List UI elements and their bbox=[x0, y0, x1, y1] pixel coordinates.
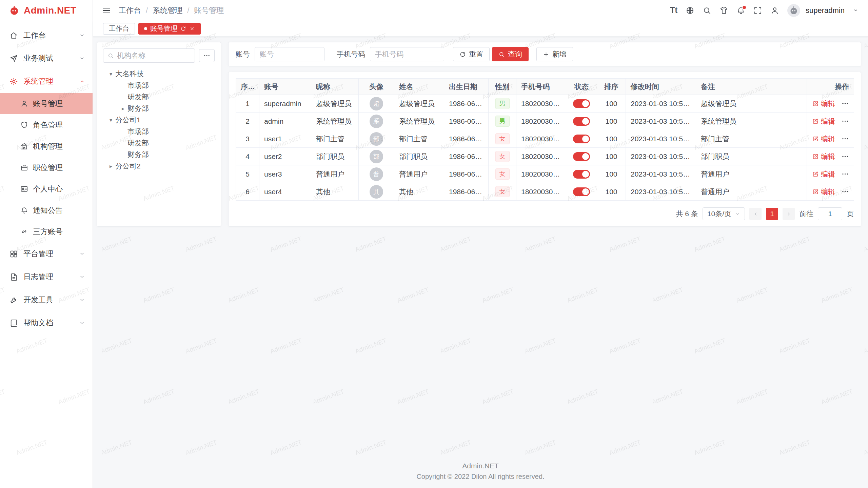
row-more-button[interactable] bbox=[841, 135, 849, 143]
org-search-input[interactable] bbox=[117, 52, 191, 60]
tree-caret-icon[interactable]: ▾ bbox=[106, 71, 115, 77]
sidebar-subitem-org[interactable]: 机构管理 bbox=[0, 136, 93, 157]
search-button[interactable]: 查询 bbox=[492, 47, 529, 61]
row-more-button[interactable] bbox=[841, 100, 849, 107]
cell-avatar: 超 bbox=[359, 95, 394, 113]
sidebar-subitem-position[interactable]: 职位管理 bbox=[0, 157, 93, 178]
breadcrumb-item-workbench[interactable]: 工作台 bbox=[119, 5, 141, 16]
sidebar-item-biz-test[interactable]: 业务测试 bbox=[0, 47, 93, 70]
brand-title: Admin.NET bbox=[24, 5, 76, 16]
cell-nickname: 系统管理员 bbox=[311, 113, 359, 130]
goto-page-input[interactable] bbox=[818, 207, 842, 220]
tree-node[interactable]: 市场部 bbox=[103, 126, 215, 137]
sidebar-item-platform[interactable]: 平台管理 bbox=[0, 242, 93, 265]
page-1-button[interactable]: 1 bbox=[766, 208, 778, 220]
cell-remark: 系统管理员 bbox=[696, 113, 807, 130]
cell-actions: 编辑 bbox=[807, 113, 854, 130]
tree-node[interactable]: 市场部 bbox=[103, 80, 215, 91]
cell-account: user2 bbox=[259, 148, 311, 165]
sidebar-item-label: 帮助文档 bbox=[23, 318, 79, 328]
sidebar-subitem-notice[interactable]: 通知公告 bbox=[0, 200, 93, 221]
tree-node-label: 分公司2 bbox=[115, 161, 141, 171]
fullscreen-icon[interactable] bbox=[753, 6, 762, 15]
sidebar-item-system[interactable]: 系统管理 bbox=[0, 70, 93, 93]
tree-node[interactable]: ▸分公司2 bbox=[103, 160, 215, 172]
sidebar-subitem-role[interactable]: 角色管理 bbox=[0, 114, 93, 136]
tab-account-management[interactable]: 账号管理 bbox=[138, 23, 201, 35]
edit-button[interactable]: 编辑 bbox=[812, 187, 835, 197]
username[interactable]: superadmin bbox=[806, 6, 845, 15]
sidebar-subitem-third-account[interactable]: 三方账号 bbox=[0, 221, 93, 242]
tab-workbench[interactable]: 工作台 bbox=[103, 23, 135, 35]
sidebar-subitem-profile[interactable]: 个人中心 bbox=[0, 178, 93, 200]
font-size-icon[interactable]: Tt bbox=[670, 6, 677, 14]
cell-actions: 编辑 bbox=[807, 95, 854, 113]
tab-close-icon[interactable] bbox=[189, 26, 195, 32]
page-size-select[interactable]: 10条/页 bbox=[703, 207, 745, 220]
tree-node[interactable]: 研发部 bbox=[103, 91, 215, 103]
reset-button[interactable]: 重置 bbox=[453, 47, 490, 61]
total-count: 共 6 条 bbox=[676, 209, 698, 219]
row-more-button[interactable] bbox=[841, 170, 849, 178]
edit-button[interactable]: 编辑 bbox=[812, 99, 835, 108]
status-toggle[interactable] bbox=[573, 99, 590, 108]
cell-name: 超级管理员 bbox=[394, 95, 444, 113]
edit-button[interactable]: 编辑 bbox=[812, 134, 835, 144]
notification-bell-icon[interactable] bbox=[736, 6, 745, 15]
reset-label: 重置 bbox=[469, 49, 483, 59]
cell-nickname: 其他 bbox=[311, 183, 359, 201]
tab-refresh-icon[interactable] bbox=[180, 26, 186, 32]
row-more-button[interactable] bbox=[841, 152, 849, 160]
account-input[interactable] bbox=[255, 47, 324, 61]
tree-node[interactable]: ▾大名科技 bbox=[103, 68, 215, 80]
tree-node[interactable]: 财务部 bbox=[103, 149, 215, 160]
tree-node[interactable]: ▾分公司1 bbox=[103, 114, 215, 126]
table-row: 5user3普通用户普普通用户1986-06-28女18020030720100… bbox=[236, 165, 854, 183]
cell-no: 4 bbox=[236, 148, 259, 165]
cell-account: user3 bbox=[259, 165, 311, 183]
org-more-button[interactable] bbox=[199, 49, 215, 62]
row-more-button[interactable] bbox=[841, 188, 849, 196]
breadcrumb-item-system[interactable]: 系统管理 bbox=[153, 5, 182, 16]
edit-button[interactable]: 编辑 bbox=[812, 169, 835, 179]
prev-page-button[interactable] bbox=[749, 208, 762, 220]
status-toggle[interactable] bbox=[573, 117, 590, 126]
next-page-button[interactable] bbox=[783, 208, 795, 220]
tree-node[interactable]: ▸财务部 bbox=[103, 103, 215, 114]
status-toggle[interactable] bbox=[573, 170, 590, 179]
cell-order: 100 bbox=[597, 148, 626, 165]
status-toggle[interactable] bbox=[573, 135, 590, 143]
tree-caret-icon[interactable]: ▾ bbox=[106, 117, 115, 123]
status-toggle[interactable] bbox=[573, 187, 590, 196]
user-menu-chevron-icon[interactable] bbox=[853, 7, 859, 13]
language-icon[interactable] bbox=[686, 6, 694, 15]
edit-button[interactable]: 编辑 bbox=[812, 152, 835, 161]
chevron-down-icon bbox=[79, 297, 85, 303]
tree-caret-icon[interactable]: ▸ bbox=[106, 163, 115, 169]
tree-caret-icon[interactable]: ▸ bbox=[119, 105, 127, 112]
sidebar-item-logs[interactable]: 日志管理 bbox=[0, 265, 93, 288]
collapse-menu-icon[interactable] bbox=[102, 6, 111, 15]
gender-tag: 女 bbox=[495, 151, 510, 162]
edit-button[interactable]: 编辑 bbox=[812, 117, 835, 126]
user-avatar[interactable] bbox=[787, 4, 800, 17]
status-toggle[interactable] bbox=[573, 152, 590, 161]
tree-node-label: 分公司1 bbox=[115, 115, 141, 125]
sidebar-item-docs[interactable]: 帮助文档 bbox=[0, 311, 93, 334]
profile-icon[interactable] bbox=[770, 6, 779, 15]
theme-icon[interactable] bbox=[719, 6, 728, 15]
add-button[interactable]: 新增 bbox=[536, 47, 573, 61]
sidebar-item-workbench[interactable]: 工作台 bbox=[0, 24, 93, 47]
column-header: 账号 bbox=[259, 79, 311, 95]
phone-input[interactable] bbox=[370, 47, 444, 61]
tree-node[interactable]: 研发部 bbox=[103, 137, 215, 149]
sidebar-item-devtools[interactable]: 开发工具 bbox=[0, 288, 93, 311]
brand-logo[interactable]: Admin.NET bbox=[0, 0, 93, 21]
badge-icon bbox=[20, 164, 28, 171]
sidebar-subitem-account[interactable]: 账号管理 bbox=[0, 93, 93, 114]
row-more-button[interactable] bbox=[841, 117, 849, 125]
cell-actions: 编辑 bbox=[807, 130, 854, 148]
cell-gender: 男 bbox=[489, 113, 516, 130]
user-icon bbox=[20, 100, 28, 107]
global-search-icon[interactable] bbox=[703, 6, 711, 15]
